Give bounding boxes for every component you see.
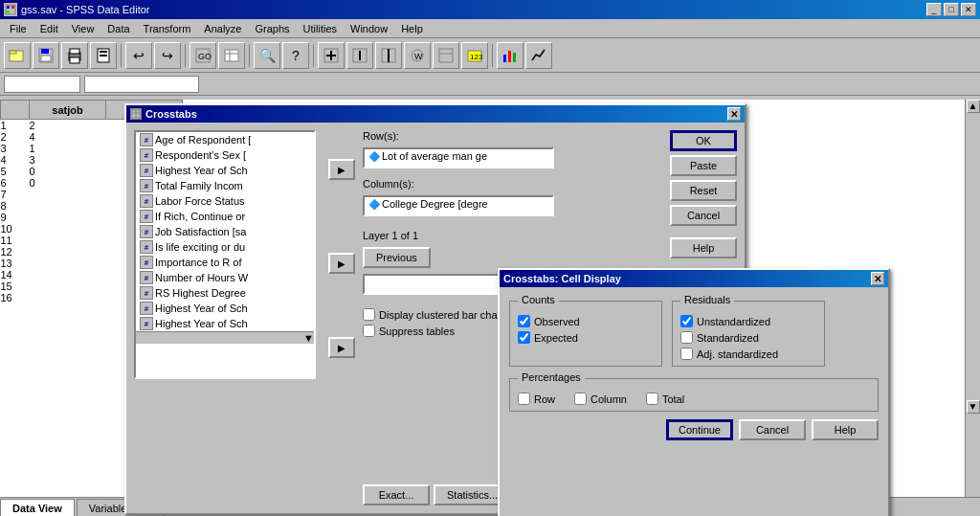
- variable-item[interactable]: #Respondent's Sex [: [136, 147, 314, 163]
- save-button[interactable]: [33, 42, 59, 69]
- suppress-tables-check[interactable]: [363, 325, 375, 337]
- help-button[interactable]: ?: [282, 42, 309, 69]
- variable-item[interactable]: #Highest Year of Sch: [136, 163, 314, 178]
- expected-checkbox[interactable]: Expected: [518, 331, 654, 344]
- satjob-cell[interactable]: 0: [30, 177, 106, 189]
- variable-item[interactable]: #Importance to R of: [136, 255, 314, 270]
- satjob-cell[interactable]: 2: [30, 120, 106, 132]
- menu-transform[interactable]: Transform: [138, 21, 197, 36]
- adj-standardized-checkbox[interactable]: Adj. standardized: [680, 348, 816, 360]
- satjob-cell[interactable]: [30, 200, 106, 212]
- move-to-rows-button[interactable]: ▶: [328, 159, 355, 180]
- observed-checkbox[interactable]: Observed: [518, 315, 654, 327]
- menu-help[interactable]: Help: [395, 21, 429, 36]
- cell-value-input[interactable]: 43: [84, 76, 199, 93]
- satjob-cell[interactable]: [30, 258, 106, 269]
- variable-item[interactable]: #RS Highest Degree: [136, 285, 314, 301]
- menu-graphs[interactable]: Graphs: [249, 21, 295, 36]
- variable-item[interactable]: #Highest Year of Sch: [136, 316, 314, 331]
- variable-item[interactable]: #Is life exciting or du: [136, 239, 314, 255]
- open-button[interactable]: [4, 42, 31, 69]
- satjob-cell[interactable]: [30, 235, 106, 246]
- satjob-cell[interactable]: [30, 189, 106, 200]
- insert-variable-button[interactable]: [346, 42, 373, 69]
- satjob-cell[interactable]: 3: [30, 154, 106, 166]
- satjob-cell[interactable]: [30, 292, 106, 303]
- menu-data[interactable]: Data: [101, 21, 135, 36]
- ok-button[interactable]: OK: [670, 130, 737, 151]
- row-pct-check[interactable]: [518, 393, 530, 405]
- satjob-cell[interactable]: 1: [30, 143, 106, 154]
- variable-item[interactable]: #Total Family Incom: [136, 178, 314, 193]
- column-pct-checkbox[interactable]: Column: [574, 393, 627, 405]
- goto-variable-button[interactable]: GO: [189, 42, 216, 69]
- total-pct-checkbox[interactable]: Total: [646, 393, 684, 405]
- standardized-check[interactable]: [680, 331, 693, 344]
- menu-analyze[interactable]: Analyze: [198, 21, 247, 36]
- menu-file[interactable]: File: [4, 21, 33, 36]
- close-button[interactable]: ✕: [961, 3, 976, 16]
- print-button[interactable]: [61, 42, 88, 69]
- satjob-cell[interactable]: [30, 223, 106, 235]
- observed-check[interactable]: [518, 315, 530, 327]
- variable-item[interactable]: #Age of Respondent [: [136, 132, 314, 147]
- chartbuilder-button[interactable]: [497, 42, 523, 69]
- insert-cases-button[interactable]: [318, 42, 345, 69]
- total-pct-check[interactable]: [646, 393, 658, 405]
- variable-item[interactable]: #If Rich, Continue or: [136, 209, 314, 224]
- cancel-button[interactable]: Cancel: [670, 205, 737, 226]
- cell-display-help-button[interactable]: Help: [812, 419, 879, 440]
- satjob-cell[interactable]: [30, 269, 106, 280]
- select-cases-button[interactable]: [433, 42, 459, 69]
- menu-view[interactable]: View: [66, 21, 100, 36]
- standardized-checkbox[interactable]: Standardized: [680, 331, 816, 344]
- minimize-button[interactable]: _: [926, 3, 942, 16]
- cell-display-close-button[interactable]: ✕: [871, 272, 884, 285]
- satjob-cell[interactable]: [30, 280, 106, 292]
- redo-button[interactable]: ↪: [154, 42, 181, 69]
- continue-button[interactable]: Continue: [666, 419, 733, 440]
- adj-standardized-check[interactable]: [680, 348, 693, 360]
- rows-input[interactable]: 🔷 Lot of average man ge: [363, 147, 554, 168]
- move-to-columns-button[interactable]: ▶: [328, 253, 355, 274]
- tab-data-view[interactable]: Data View: [0, 499, 75, 516]
- satjob-cell[interactable]: 4: [30, 131, 106, 143]
- display-clustered-check[interactable]: [363, 308, 375, 321]
- satjob-cell[interactable]: 0: [30, 166, 106, 177]
- maximize-button[interactable]: □: [944, 3, 959, 16]
- columns-input[interactable]: 🔷 College Degree [degre: [363, 195, 554, 216]
- interactive-chart-button[interactable]: [525, 42, 552, 69]
- split-file-button[interactable]: [375, 42, 402, 69]
- print-preview-button[interactable]: [90, 42, 117, 69]
- variables-button[interactable]: [218, 42, 245, 69]
- crosstabs-close-button[interactable]: ✕: [727, 107, 741, 121]
- exact-button[interactable]: Exact...: [363, 484, 430, 505]
- expected-check[interactable]: [518, 331, 530, 344]
- variables-listbox[interactable]: #Age of Respondent [#Respondent's Sex [#…: [134, 130, 316, 379]
- unstandardized-check[interactable]: [680, 315, 693, 327]
- paste-button[interactable]: Paste: [670, 155, 737, 176]
- reset-button[interactable]: Reset: [670, 180, 737, 201]
- col-satjob-header[interactable]: satjob: [30, 101, 106, 120]
- satjob-cell[interactable]: [30, 246, 106, 258]
- menu-utilities[interactable]: Utilities: [298, 21, 343, 36]
- variable-item[interactable]: #Number of Hours W: [136, 270, 314, 285]
- unstandardized-checkbox[interactable]: Unstandardized: [680, 315, 816, 327]
- menu-window[interactable]: Window: [345, 21, 393, 36]
- cell-reference[interactable]: 1 : age: [4, 76, 80, 93]
- variable-item[interactable]: #Highest Year of Sch: [136, 301, 314, 316]
- move-to-layer-button[interactable]: ▶: [328, 337, 355, 358]
- value-labels-button[interactable]: 123: [461, 42, 488, 69]
- find-button[interactable]: 🔍: [254, 42, 280, 69]
- weight-cases-button[interactable]: W: [404, 42, 431, 69]
- previous-button[interactable]: Previous: [363, 247, 431, 268]
- cell-display-cancel-button[interactable]: Cancel: [739, 419, 806, 440]
- satjob-cell[interactable]: [30, 212, 106, 223]
- help-button[interactable]: Help: [670, 237, 737, 258]
- column-pct-check[interactable]: [574, 393, 587, 405]
- row-pct-checkbox[interactable]: Row: [518, 393, 555, 405]
- undo-button[interactable]: ↩: [125, 42, 152, 69]
- vertical-scrollbar[interactable]: ▲ ▼: [965, 100, 980, 497]
- menu-edit[interactable]: Edit: [34, 21, 64, 36]
- variable-item[interactable]: #Labor Force Status: [136, 193, 314, 209]
